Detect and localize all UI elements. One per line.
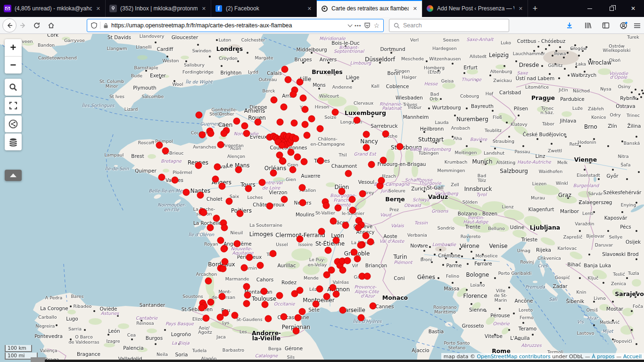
reload-icon[interactable] (30, 22, 44, 29)
retraite-flambeaux-marker[interactable] (363, 144, 370, 151)
retraite-flambeaux-marker[interactable] (367, 239, 374, 246)
url-text[interactable]: https://umap.openstreetmap.fr/fr/map/car… (111, 22, 346, 29)
retraite-flambeaux-marker[interactable] (292, 135, 299, 142)
home-icon[interactable] (44, 22, 58, 29)
window-minimize-button[interactable] (579, 0, 601, 17)
retraite-flambeaux-marker[interactable] (279, 142, 286, 149)
retraite-flambeaux-marker[interactable] (332, 109, 339, 116)
tab-facebook[interactable]: f (2) Facebook ✕ (211, 0, 317, 17)
retraite-flambeaux-marker[interactable] (396, 143, 404, 150)
retraite-flambeaux-marker[interactable] (158, 174, 165, 181)
retraite-flambeaux-marker[interactable] (289, 166, 297, 173)
retraite-flambeaux-marker[interactable] (357, 242, 364, 249)
chevron-down-icon[interactable] (347, 22, 352, 27)
retraite-flambeaux-marker[interactable] (217, 237, 224, 244)
retraite-flambeaux-marker[interactable] (281, 104, 288, 111)
retraite-flambeaux-marker[interactable] (199, 132, 206, 139)
retraite-flambeaux-marker[interactable] (235, 166, 242, 173)
retraite-flambeaux-marker[interactable] (237, 210, 244, 217)
retraite-flambeaux-marker[interactable] (281, 66, 289, 73)
retraite-flambeaux-marker[interactable] (363, 232, 370, 239)
retraite-flambeaux-marker[interactable] (200, 209, 207, 216)
retraite-flambeaux-marker[interactable] (313, 301, 320, 308)
retraite-flambeaux-marker[interactable] (243, 300, 250, 307)
retraite-flambeaux-marker[interactable] (212, 176, 219, 183)
account-icon[interactable] (616, 19, 630, 32)
about-link[interactable]: À propos (592, 354, 614, 360)
retraite-flambeaux-marker[interactable] (333, 291, 340, 298)
retraite-flambeaux-marker[interactable] (382, 131, 389, 138)
map-search-button[interactable] (5, 79, 22, 96)
retraite-flambeaux-marker[interactable] (349, 207, 356, 214)
retraite-flambeaux-marker[interactable] (243, 130, 250, 137)
retraite-flambeaux-marker[interactable] (339, 267, 347, 274)
back-button[interactable] (2, 18, 17, 33)
retraite-flambeaux-marker[interactable] (196, 112, 203, 119)
retraite-flambeaux-marker[interactable] (297, 236, 304, 243)
retraite-flambeaux-marker[interactable] (221, 130, 228, 137)
window-close-button[interactable]: ✕ (622, 0, 644, 17)
retraite-flambeaux-marker[interactable] (207, 299, 215, 306)
retraite-flambeaux-marker[interactable] (368, 161, 375, 168)
home-link[interactable]: Accueil (623, 354, 642, 360)
retraite-flambeaux-marker[interactable] (297, 79, 304, 86)
retraite-flambeaux-marker[interactable] (345, 170, 352, 177)
retraite-flambeaux-marker[interactable] (261, 288, 268, 295)
close-icon[interactable]: ✕ (201, 5, 207, 13)
data-layers-button[interactable] (5, 133, 22, 150)
retraite-flambeaux-marker[interactable] (308, 115, 315, 123)
zoom-in-button[interactable]: + (5, 40, 22, 57)
retraite-flambeaux-marker[interactable] (219, 183, 226, 190)
close-icon[interactable]: ✕ (518, 5, 524, 13)
retraite-flambeaux-marker[interactable] (259, 179, 266, 186)
retraite-flambeaux-marker[interactable] (302, 121, 309, 128)
retraite-flambeaux-marker[interactable] (246, 254, 253, 261)
retraite-flambeaux-marker[interactable] (355, 224, 362, 231)
retraite-flambeaux-marker[interactable] (330, 284, 337, 291)
retraite-flambeaux-marker[interactable] (317, 125, 324, 132)
retraite-flambeaux-marker[interactable] (317, 157, 324, 165)
retraite-flambeaux-marker[interactable] (299, 184, 306, 191)
retraite-flambeaux-marker[interactable] (299, 308, 306, 315)
retraite-flambeaux-marker[interactable] (255, 119, 262, 126)
retraite-flambeaux-marker[interactable] (288, 149, 295, 156)
retraite-flambeaux-marker[interactable] (217, 141, 224, 148)
tab-pressenza[interactable]: Add New Post ‹ Pressenza — W ✕ (422, 0, 528, 17)
new-tab-button[interactable]: + (528, 0, 542, 17)
retraite-flambeaux-marker[interactable] (244, 292, 251, 299)
retraite-flambeaux-marker[interactable] (270, 170, 277, 177)
bookmark-star-icon[interactable]: ☆ (373, 22, 380, 29)
retraite-flambeaux-marker[interactable] (214, 164, 221, 171)
retraite-flambeaux-marker[interactable] (302, 106, 309, 113)
retraite-flambeaux-marker[interactable] (243, 283, 250, 290)
retraite-flambeaux-marker[interactable] (318, 228, 325, 235)
retraite-flambeaux-marker[interactable] (359, 190, 366, 197)
tab-protonmail[interactable]: (352) Inbox | mkloka@protonm ✕ (106, 0, 211, 17)
retraite-flambeaux-marker[interactable] (241, 264, 248, 272)
retraite-flambeaux-marker[interactable] (299, 199, 306, 206)
retraite-flambeaux-marker[interactable] (291, 120, 298, 127)
retraite-flambeaux-marker[interactable] (339, 188, 346, 195)
retraite-flambeaux-marker[interactable] (266, 203, 273, 210)
retraite-flambeaux-marker[interactable] (301, 158, 308, 165)
retraite-flambeaux-marker[interactable] (335, 205, 342, 212)
close-icon[interactable]: ✕ (95, 5, 101, 13)
menu-hamburger-icon[interactable] (630, 19, 644, 32)
retraite-flambeaux-marker[interactable] (349, 196, 356, 203)
retraite-flambeaux-marker[interactable] (156, 142, 163, 149)
retraite-flambeaux-marker[interactable] (378, 177, 385, 184)
retraite-flambeaux-marker[interactable] (339, 307, 347, 314)
retraite-flambeaux-marker[interactable] (300, 95, 307, 102)
retraite-flambeaux-marker[interactable] (351, 249, 358, 256)
retraite-flambeaux-marker[interactable] (270, 250, 277, 257)
fullscreen-button[interactable] (5, 97, 22, 114)
retraite-flambeaux-marker[interactable] (364, 273, 371, 280)
retraite-flambeaux-marker[interactable] (245, 185, 252, 192)
retraite-flambeaux-marker[interactable] (304, 132, 311, 139)
retraite-flambeaux-marker[interactable] (162, 148, 169, 155)
retraite-flambeaux-marker[interactable] (265, 315, 272, 322)
retraite-flambeaux-marker[interactable] (207, 224, 214, 231)
retraite-flambeaux-marker[interactable] (290, 91, 297, 98)
retraite-flambeaux-marker[interactable] (370, 303, 377, 310)
retraite-flambeaux-marker[interactable] (316, 286, 323, 293)
